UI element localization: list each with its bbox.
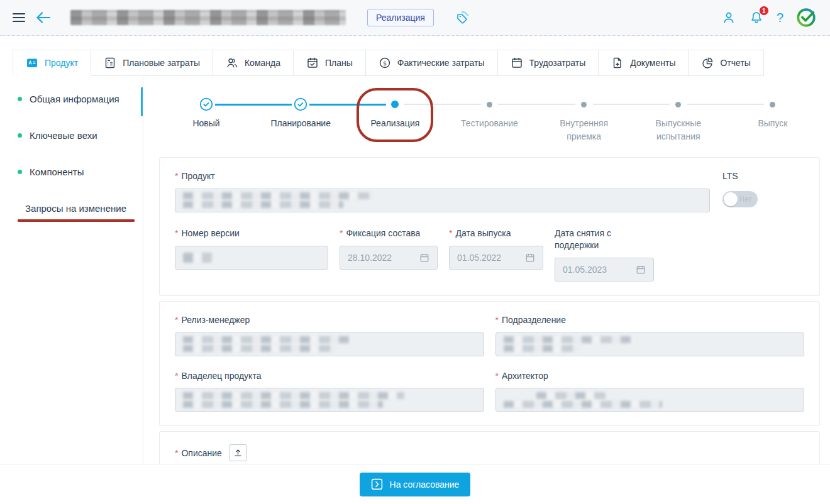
step-release-trials[interactable]: Выпускные испытания	[631, 97, 726, 143]
lts-field-label: LTS	[722, 170, 804, 182]
redacted-value	[183, 392, 404, 408]
tab-label: Фактические затраты	[397, 58, 485, 68]
release-date-input[interactable]: 01.05.2022	[449, 246, 543, 270]
description-field-label: * Описание	[175, 447, 222, 459]
redacted-value	[504, 392, 662, 408]
document-add-icon	[611, 57, 624, 69]
dollar-circle-icon: $	[379, 57, 391, 69]
tab-team[interactable]: Команда	[213, 50, 294, 76]
status-dot-icon	[18, 133, 22, 138]
product-version-card: * Продукт LTS	[159, 157, 820, 296]
tab-product[interactable]: Продукт	[13, 50, 91, 76]
lts-toggle[interactable]: Нет	[722, 191, 758, 207]
department-field-label: * Подразделение	[495, 314, 805, 326]
calendar-icon	[419, 253, 429, 263]
lifecycle-stepper: Новый Планирование Р	[159, 97, 820, 143]
release-date-field-label: * Дата выпуска	[449, 227, 543, 239]
step-label: Выпускные испытания	[641, 117, 716, 143]
step-label: Реализация	[358, 117, 432, 130]
fixation-date-input[interactable]: 28.10.2022	[340, 246, 438, 270]
upcoming-step-dot-icon	[675, 102, 681, 107]
current-step-dot-icon	[391, 101, 399, 108]
submit-button-label: На согласование	[390, 479, 460, 490]
step-label: Тестирование	[452, 117, 526, 130]
menu-button[interactable]	[13, 13, 25, 23]
user-button[interactable]	[721, 10, 736, 25]
calculator-icon	[104, 57, 116, 69]
tags-icon	[455, 9, 470, 26]
product-owner-field-label: * Владелец продукта	[175, 370, 484, 382]
product-owner-input[interactable]	[175, 388, 484, 412]
redacted-value	[183, 192, 372, 208]
main-content: Новый Планирование Р	[143, 76, 830, 464]
tab-bar: Продукт Плановые затраты Команда Планы	[13, 50, 830, 76]
product-field-label: * Продукт	[175, 170, 710, 182]
tags-button[interactable]	[455, 9, 470, 26]
architect-input[interactable]	[495, 388, 805, 412]
body: Общая информация Ключевые вехи Компонент…	[0, 76, 830, 464]
id-card-icon	[26, 57, 38, 69]
product-input[interactable]	[175, 189, 710, 212]
submit-for-approval-button[interactable]: На согласование	[360, 473, 471, 496]
tab-plans[interactable]: Планы	[294, 50, 366, 76]
calendar-icon	[511, 57, 523, 69]
version-input[interactable]	[175, 246, 328, 270]
page: Реализация 1	[0, 0, 830, 504]
check-circle-icon	[294, 97, 307, 111]
help-button[interactable]: ?	[777, 11, 783, 25]
tab-labor-costs[interactable]: Трудозатраты	[498, 50, 599, 76]
step-planning[interactable]: Планирование	[253, 97, 348, 143]
tab-reports[interactable]: Отчеты	[689, 50, 763, 76]
user-icon	[721, 10, 736, 25]
sidebar-item-key-milestones[interactable]: Ключевые вехи	[18, 130, 143, 141]
tab-planned-costs[interactable]: Плановые затраты	[91, 50, 213, 76]
step-release[interactable]: Выпуск	[726, 97, 820, 143]
step-internal-acceptance[interactable]: Внутренняя приемка	[537, 97, 631, 143]
check-circle-icon	[199, 97, 213, 111]
calendar-icon	[525, 253, 535, 263]
sidebar: Общая информация Ключевые вехи Компонент…	[0, 76, 143, 464]
back-button[interactable]	[35, 11, 52, 25]
upload-icon	[233, 448, 243, 457]
tab-label: Документы	[630, 58, 675, 68]
tab-label: Отчеты	[720, 58, 750, 68]
pie-chart-icon	[701, 57, 714, 69]
team-icon	[226, 57, 238, 69]
support-end-date-input[interactable]: 01.05.2023	[555, 258, 654, 282]
annotation-underline	[18, 219, 135, 222]
date-value: 01.05.2023	[563, 265, 607, 275]
date-value: 01.05.2022	[457, 253, 501, 263]
redacted-value	[504, 336, 634, 352]
app-logo	[796, 7, 817, 28]
architect-field-label: * Архитектор	[495, 370, 805, 382]
tab-label: Трудозатраты	[529, 58, 586, 68]
logo-check-icon	[796, 7, 817, 28]
step-testing[interactable]: Тестирование	[442, 97, 536, 143]
support-end-field-label: Дата снятия с поддержки	[555, 227, 654, 251]
notification-count-badge: 1	[759, 6, 769, 16]
sidebar-item-components[interactable]: Компоненты	[18, 167, 143, 177]
step-new[interactable]: Новый	[159, 97, 253, 143]
toggle-state-label: Нет	[739, 195, 752, 204]
tab-documents[interactable]: Документы	[599, 50, 689, 76]
step-label: Внутренняя приемка	[547, 117, 621, 143]
notifications-button[interactable]: 1	[749, 10, 764, 26]
forward-square-icon	[371, 478, 383, 490]
sidebar-item-general-info[interactable]: Общая информация	[18, 94, 143, 104]
sidebar-item-change-requests[interactable]: Запросы на изменение	[18, 203, 143, 214]
tab-label: Планы	[325, 58, 353, 68]
svg-text:$: $	[383, 60, 387, 67]
redacted-page-title	[70, 10, 346, 25]
step-implementation[interactable]: Реализация	[348, 97, 442, 143]
step-label: Планирование	[263, 117, 338, 130]
version-field-label: * Номер версии	[175, 227, 328, 239]
release-manager-input[interactable]	[175, 332, 484, 356]
toggle-knob	[724, 192, 738, 206]
step-label: Выпуск	[736, 117, 810, 130]
status-dot-icon	[18, 170, 22, 174]
annotation-circle	[357, 88, 433, 142]
upload-button[interactable]	[230, 444, 246, 461]
tab-actual-costs[interactable]: $ Фактические затраты	[366, 50, 498, 76]
department-input[interactable]	[495, 332, 805, 356]
step-label: Новый	[169, 117, 243, 130]
